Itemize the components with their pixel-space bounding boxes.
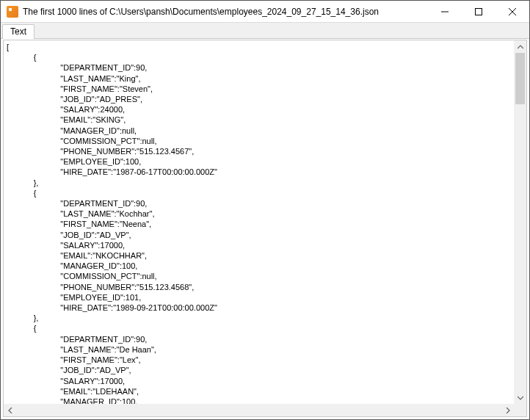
tab-text[interactable]: Text bbox=[2, 24, 35, 39]
minimize-button[interactable] bbox=[428, 1, 462, 22]
chevron-right-icon bbox=[505, 408, 511, 413]
json-text-view[interactable]: [ { "DEPARTMENT_ID":90, "LAST_NAME":"Kin… bbox=[4, 40, 514, 404]
maximize-button[interactable] bbox=[462, 1, 495, 22]
maximize-icon bbox=[475, 8, 482, 15]
scroll-right-button[interactable] bbox=[501, 404, 514, 416]
minimize-icon bbox=[441, 8, 449, 15]
vertical-scroll-thumb[interactable] bbox=[515, 53, 525, 104]
close-button[interactable] bbox=[495, 1, 529, 22]
content-area: [ { "DEPARTMENT_ID":90, "LAST_NAME":"Kin… bbox=[3, 40, 527, 417]
window-controls bbox=[428, 1, 529, 22]
scroll-left-button[interactable] bbox=[4, 404, 16, 416]
scroll-down-button[interactable] bbox=[514, 391, 526, 404]
svg-rect-1 bbox=[476, 8, 482, 15]
vertical-scroll-track[interactable] bbox=[514, 53, 526, 391]
scroll-corner bbox=[514, 404, 526, 416]
app-icon bbox=[7, 6, 18, 18]
vertical-scrollbar[interactable] bbox=[514, 40, 526, 404]
chevron-down-icon bbox=[518, 395, 523, 401]
window-title: The first 1000 lines of C:\Users\pansh\D… bbox=[23, 7, 428, 17]
scroll-up-button[interactable] bbox=[514, 40, 526, 53]
tabstrip: Text bbox=[1, 23, 529, 39]
horizontal-scroll-track[interactable] bbox=[16, 404, 501, 416]
titlebar[interactable]: The first 1000 lines of C:\Users\pansh\D… bbox=[1, 1, 529, 23]
close-icon bbox=[509, 8, 516, 15]
chevron-up-icon bbox=[518, 44, 523, 50]
chevron-left-icon bbox=[7, 408, 13, 413]
horizontal-scrollbar[interactable] bbox=[4, 404, 514, 416]
